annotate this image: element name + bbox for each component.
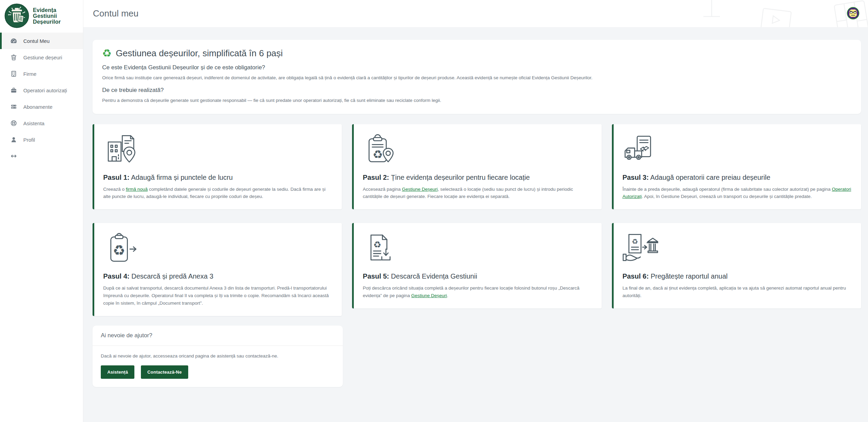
sidebar-item-asistenta[interactable]: Asistenta <box>0 115 83 131</box>
sidebar-item-gestiune-deseuri[interactable]: Gestiune deșeuri <box>0 49 83 66</box>
dashboard-icon <box>10 37 17 44</box>
step-title: Pasul 1: Adaugă firma și punctele de luc… <box>103 174 333 181</box>
intro-question-2: De ce trebuie realizată? <box>102 87 852 94</box>
step-label: Pasul 2: <box>363 174 389 181</box>
sidebar-item-label: Operatori autorizați <box>23 87 67 93</box>
sidebar: Evidența Gestiunii Deșeurilor Contul Meu <box>0 0 83 422</box>
step-card-3: Pasul 3: Adaugă operatorii care preiau d… <box>612 124 861 210</box>
sidebar-item-contul-meu[interactable]: Contul Meu <box>0 33 83 49</box>
step-description: Accesează pagina Gestiune Deșeuri, selec… <box>363 186 592 201</box>
asistenta-button[interactable]: Asistență <box>101 365 134 379</box>
sidebar-item-abonamente[interactable]: Abonamente <box>0 98 83 115</box>
sidebar-item-operatori-autorizati[interactable]: Operatori autorizați <box>0 82 83 98</box>
clipboard-recycle-arrow-icon: ♻ <box>103 231 139 267</box>
sidebar-item-label: Firme <box>23 71 36 77</box>
contacteaza-ne-button[interactable]: Contactează-Ne <box>141 365 188 379</box>
truck-handshake-icon <box>623 132 658 168</box>
step-card-5: ♻ Pasul 5: Descarcă Evidența Gestiunii P… <box>352 223 601 308</box>
arrows-horizontal-icon <box>10 153 17 160</box>
sidebar-item-label: Gestiune deșeuri <box>23 55 62 60</box>
life-ring-icon <box>10 120 17 127</box>
user-icon <box>10 136 17 143</box>
document-recycle-download-icon: ♻ <box>363 231 398 267</box>
collapse-sidebar-button[interactable] <box>0 148 83 164</box>
gestiune-deseuri-link[interactable]: Gestiune Deșeuri <box>402 187 437 192</box>
app-logo: Evidența Gestiunii Deșeurilor <box>0 0 83 31</box>
page-title: Contul meu <box>93 8 138 19</box>
clipboard-recycle-location-icon: ♻ <box>363 132 398 168</box>
help-body: Dacă ai nevoie de ajutor, accesseaza ori… <box>93 346 343 387</box>
briefcase-icon <box>10 87 17 94</box>
help-text: Dacă ai nevoie de ajutor, accesseaza ori… <box>101 353 335 359</box>
svg-text:♻: ♻ <box>373 148 383 161</box>
step-label: Pasul 1: <box>103 174 130 181</box>
step-description: Creează o firmă nouă completând datele g… <box>103 186 333 201</box>
step-label: Pasul 5: <box>363 272 389 280</box>
sidebar-item-profil[interactable]: Profil <box>0 131 83 148</box>
trash-icon <box>10 54 17 61</box>
help-title: Ai nevoie de ajutor? <box>93 326 343 346</box>
sidebar-item-firme[interactable]: Firme <box>0 66 83 82</box>
gestiune-deseuri-link[interactable]: Gestiune Deșeuri <box>411 293 447 298</box>
step-card-6: ♻ Pasul 6: Pregătește raportul anual La … <box>612 223 861 308</box>
recycle-icon: ♻ <box>102 48 112 59</box>
step-label: Pasul 4: <box>103 272 130 280</box>
header-decoration <box>611 0 868 27</box>
help-card: Ai nevoie de ajutor? Dacă ai nevoie de a… <box>93 326 343 387</box>
intro-question-1: Ce este Evidența Gestiunii Deșeurilor și… <box>102 64 852 71</box>
step-card-2: ♻ Pasul 2: Ține evidența deșeurilor pent… <box>352 124 601 210</box>
sidebar-item-label: Contul Meu <box>23 38 50 44</box>
top-header: Contul meu <box>83 0 868 27</box>
step-title: Pasul 2: Ține evidența deșeurilor pentru… <box>363 174 592 181</box>
sidebar-menu: Contul Meu Gestiune deșeuri <box>0 33 83 164</box>
svg-text:♻: ♻ <box>632 237 638 246</box>
subscriptions-icon <box>10 103 17 110</box>
step-title: Pasul 3: Adaugă operatorii care preiau d… <box>623 174 852 181</box>
intro-card: ♻ Gestiunea deșeurilor, simplificată în … <box>93 40 861 114</box>
intro-title: ♻ Gestiunea deșeurilor, simplificată în … <box>102 48 852 59</box>
step-title: Pasul 5: Descarcă Evidența Gestiunii <box>363 272 592 280</box>
main-area: Contul meu <box>83 0 868 387</box>
step-label: Pasul 3: <box>623 174 649 181</box>
step-title: Pasul 6: Pregătește raportul anual <box>623 272 852 280</box>
logo-wordmark: Evidența Gestiunii Deșeurilor <box>33 7 61 25</box>
step-label: Pasul 6: <box>623 272 649 280</box>
firma-noua-link[interactable]: firmă nouă <box>126 187 148 192</box>
sidebar-item-label: Asistenta <box>23 120 45 126</box>
svg-text:♻: ♻ <box>113 242 125 259</box>
step-description: La final de an, dacă ai ținut evidența c… <box>623 284 852 300</box>
user-avatar[interactable] <box>847 7 859 20</box>
step-description: După ce ai salvat transportul, descarcă … <box>103 284 333 307</box>
intro-heading: Gestiunea deșeurilor, simplificată în 6 … <box>116 48 283 59</box>
intro-answer-2: Pentru a demonstra că deșeurile generate… <box>102 97 852 104</box>
step-description: Poți descărca oricând situația completă … <box>363 284 592 300</box>
step-title: Pasul 4: Descarcă și predă Anexa 3 <box>103 272 333 280</box>
steps-grid: Pasul 1: Adaugă firma și punctele de luc… <box>93 124 861 316</box>
intro-answer-1: Orice firmă sau instituție care genereaz… <box>102 74 852 81</box>
building-icon <box>10 70 17 77</box>
sidebar-item-label: Profil <box>23 137 35 143</box>
building-location-icon <box>103 132 139 168</box>
step-card-1: Pasul 1: Adaugă firma și punctele de luc… <box>93 124 342 210</box>
step-card-4: ♻ Pasul 4: Descarcă și predă Anexa 3 Dup… <box>93 223 342 316</box>
logo-icon <box>4 3 29 28</box>
hand-document-bank-icon: ♻ <box>623 231 658 267</box>
sidebar-item-label: Abonamente <box>23 104 52 110</box>
page-content: ♻ Gestiunea deșeurilor, simplificată în … <box>83 27 868 387</box>
step-description: Înainte de a preda deșeurile, adaugă ope… <box>623 186 852 201</box>
svg-text:♻: ♻ <box>373 240 381 250</box>
